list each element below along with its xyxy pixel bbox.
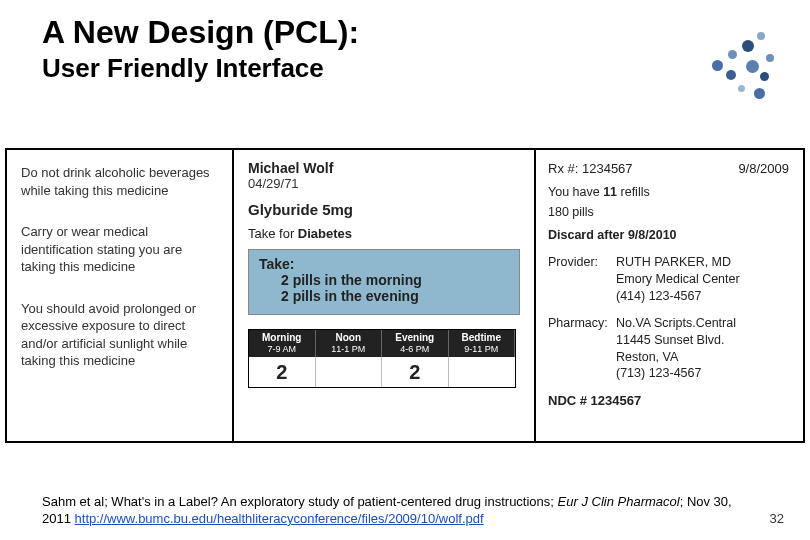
condition-line: Take for Diabetes — [248, 226, 520, 241]
pharmacy-label: Pharmacy: — [548, 315, 616, 383]
schedule-cell: 2 — [249, 357, 316, 387]
rx-date: 9/8/2009 — [738, 160, 789, 178]
rx-info-column: Rx #: 1234567 9/8/2009 You have 11 refil… — [536, 150, 803, 441]
schedule-header: Bedtime9-11 PM — [449, 330, 516, 357]
warning-text: Carry or wear medical identification sta… — [21, 223, 218, 276]
patient-dob: 04/29/71 — [248, 176, 520, 191]
schedule-header: Morning7-9 AM — [249, 330, 316, 357]
provider-row: Provider: RUTH PARKER, MD Emory Medical … — [548, 254, 789, 305]
citation: Sahm et al; What's in a Label? An explor… — [42, 494, 742, 528]
dosage-line: 2 pills in the evening — [259, 288, 509, 304]
schedule-table: Morning7-9 AM Noon11-1 PM Evening4-6 PM … — [248, 329, 516, 388]
schedule-cell: 2 — [382, 357, 449, 387]
schedule-cell — [449, 357, 516, 387]
patient-name: Michael Wolf — [248, 160, 520, 176]
col-label: Bedtime — [450, 332, 514, 344]
pill-count: 180 pills — [548, 204, 789, 221]
slide-subtitle: User Friendly Interface — [42, 53, 810, 84]
drug-name: Glyburide 5mg — [248, 201, 520, 218]
ndc-number: NDC # 1234567 — [548, 392, 789, 410]
schedule-header: Evening4-6 PM — [382, 330, 449, 357]
slide-title: A New Design (PCL): — [42, 14, 810, 51]
slide: A New Design (PCL): User Friendly Interf… — [0, 14, 810, 540]
schedule-cell — [316, 357, 383, 387]
citation-text: Sahm et al; What's in a Label? An explor… — [42, 494, 558, 509]
condition-name: Diabetes — [298, 226, 352, 241]
schedule-header: Noon11-1 PM — [316, 330, 383, 357]
pharmacy-value: No.VA Scripts.Central 11445 Sunset Blvd.… — [616, 315, 789, 383]
col-time: 11-1 PM — [317, 344, 381, 354]
decorative-dots-icon — [702, 20, 782, 100]
warning-text: Do not drink alcoholic beverages while t… — [21, 164, 218, 199]
col-label: Morning — [250, 332, 314, 344]
warnings-column: Do not drink alcoholic beverages while t… — [7, 150, 232, 441]
dosage-header: Take: — [259, 256, 509, 272]
refills-line: You have 11 refills — [548, 184, 789, 201]
discard-date: Discard after 9/8/2010 — [548, 227, 789, 244]
rx-number: Rx #: 1234567 — [548, 160, 633, 178]
citation-journal: Eur J Clin Pharmacol — [558, 494, 680, 509]
provider-value: RUTH PARKER, MD Emory Medical Center (41… — [616, 254, 789, 305]
provider-label: Provider: — [548, 254, 616, 305]
warning-text: You should avoid prolonged or excessive … — [21, 300, 218, 370]
col-label: Noon — [317, 332, 381, 344]
col-time: 4-6 PM — [383, 344, 447, 354]
dosage-column: Michael Wolf 04/29/71 Glyburide 5mg Take… — [234, 150, 534, 441]
prescription-label: Do not drink alcoholic beverages while t… — [5, 148, 805, 443]
page-number: 32 — [770, 511, 784, 526]
col-label: Evening — [383, 332, 447, 344]
citation-link[interactable]: http://www.bumc.bu.edu/healthliteracycon… — [75, 511, 484, 526]
pharmacy-row: Pharmacy: No.VA Scripts.Central 11445 Su… — [548, 315, 789, 383]
dosage-box: Take: 2 pills in the morning 2 pills in … — [248, 249, 520, 315]
col-time: 7-9 AM — [250, 344, 314, 354]
col-time: 9-11 PM — [450, 344, 514, 354]
rx-top-row: Rx #: 1234567 9/8/2009 — [548, 160, 789, 178]
condition-prefix: Take for — [248, 226, 298, 241]
dosage-line: 2 pills in the morning — [259, 272, 509, 288]
